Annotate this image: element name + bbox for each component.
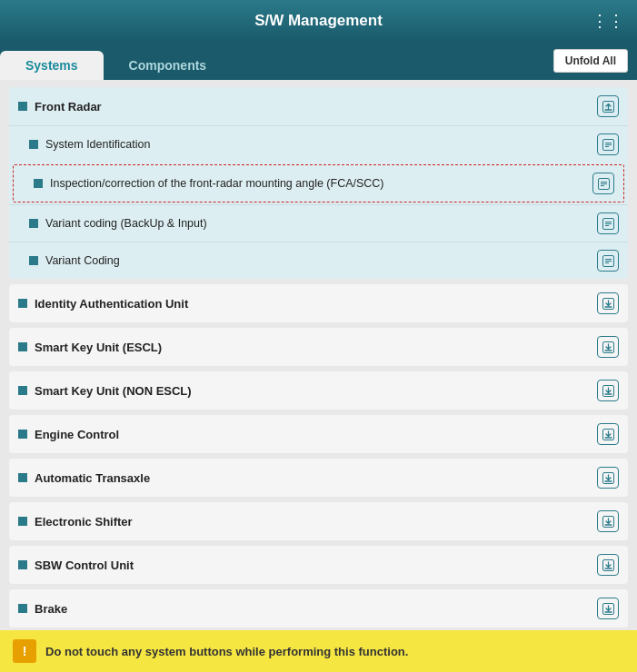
sub-action-icon-variant-coding[interactable] xyxy=(597,250,619,272)
sub-square-marker-icon xyxy=(29,140,38,149)
square-marker-icon xyxy=(18,604,27,613)
system-name-front-radar: Front Radar xyxy=(35,100,102,114)
sub-action-icon-system-id[interactable] xyxy=(597,133,619,155)
sub-action-icon-variant-coding-backup[interactable] xyxy=(597,212,619,234)
square-marker-icon xyxy=(18,102,27,111)
system-name-sbw-control: SBW Control Unit xyxy=(35,558,134,572)
system-group-smart-key-non-escl: Smart Key Unit (NON ESCL) xyxy=(9,371,628,410)
action-icon-smart-key-non-escl[interactable] xyxy=(597,380,619,401)
system-header-identity-auth[interactable]: Identity Authentication Unit xyxy=(9,284,628,322)
square-marker-icon xyxy=(18,473,27,482)
sub-item-name-variant-coding: Variant Coding xyxy=(45,254,120,267)
system-header-smart-key-non-escl[interactable]: Smart Key Unit (NON ESCL) xyxy=(9,371,628,410)
system-group-electronic-shifter: Electronic Shifter xyxy=(9,502,628,540)
system-group-front-radar: Front Radar System Identification Inspec… xyxy=(9,87,628,279)
system-header-smart-key-escl[interactable]: Smart Key Unit (ESCL) xyxy=(9,328,628,366)
tab-components[interactable]: Components xyxy=(104,51,233,80)
sub-item-inspection[interactable]: Inspection/correction of the front-radar… xyxy=(13,164,624,203)
sub-square-marker-icon xyxy=(29,256,38,265)
grid-icon[interactable]: ⋮⋮ xyxy=(592,11,624,31)
sub-item-name-variant-coding-backup: Variant coding (BackUp & Input) xyxy=(45,217,207,230)
system-name-smart-key-escl: Smart Key Unit (ESCL) xyxy=(35,341,162,354)
system-name-electronic-shifter: Electronic Shifter xyxy=(35,515,133,529)
tabs-bar: Systems Components Unfold All xyxy=(0,42,637,80)
system-group-engine-control: Engine Control xyxy=(9,415,628,453)
action-icon-electronic-shifter[interactable] xyxy=(597,510,619,532)
system-name-automatic-transaxle: Automatic Transaxle xyxy=(35,471,150,485)
system-name-identity-auth: Identity Authentication Unit xyxy=(35,297,188,311)
system-header-brake[interactable]: Brake xyxy=(9,589,628,628)
app-title: S/W Management xyxy=(254,12,383,30)
sub-item-system-id[interactable]: System Identification xyxy=(9,125,628,163)
square-marker-icon xyxy=(18,299,27,308)
action-icon-identity-auth[interactable] xyxy=(597,292,619,314)
sub-item-name-system-id: System Identification xyxy=(45,138,150,151)
action-icon-automatic-transaxle[interactable] xyxy=(597,467,619,489)
action-icon-brake[interactable] xyxy=(597,598,619,619)
system-group-identity-auth: Identity Authentication Unit xyxy=(9,284,628,322)
system-name-smart-key-non-escl: Smart Key Unit (NON ESCL) xyxy=(35,384,192,398)
square-marker-icon xyxy=(18,342,27,351)
system-name-brake: Brake xyxy=(35,602,67,616)
action-icon-engine-control[interactable] xyxy=(597,423,619,445)
system-header-engine-control[interactable]: Engine Control xyxy=(9,415,628,453)
square-marker-icon xyxy=(18,430,27,439)
sub-items-front-radar: System Identification Inspection/correct… xyxy=(9,125,628,279)
sub-square-marker-icon xyxy=(34,179,43,188)
unfold-all-button[interactable]: Unfold All xyxy=(553,49,628,73)
systems-list: Front Radar System Identification Inspec… xyxy=(0,80,637,630)
action-icon-sbw-control[interactable] xyxy=(597,554,619,576)
app-container: S/W Management ⋮⋮ Systems Components Unf… xyxy=(0,0,637,672)
square-marker-icon xyxy=(18,386,27,395)
system-group-automatic-transaxle: Automatic Transaxle xyxy=(9,459,628,497)
system-header-sbw-control[interactable]: SBW Control Unit xyxy=(9,546,628,584)
square-marker-icon xyxy=(18,517,27,526)
system-header-front-radar[interactable]: Front Radar xyxy=(9,87,628,125)
sub-item-variant-coding[interactable]: Variant Coding xyxy=(9,242,628,279)
system-group-sbw-control: SBW Control Unit xyxy=(9,546,628,584)
tab-systems[interactable]: Systems xyxy=(0,51,104,80)
sub-square-marker-icon xyxy=(29,219,38,228)
system-name-engine-control: Engine Control xyxy=(35,428,119,441)
system-group-smart-key-escl: Smart Key Unit (ESCL) xyxy=(9,328,628,366)
app-header: S/W Management ⋮⋮ xyxy=(0,0,637,42)
warning-icon: ! xyxy=(13,639,36,663)
footer-warning: ! Do not touch any system buttons while … xyxy=(0,630,637,672)
system-header-electronic-shifter[interactable]: Electronic Shifter xyxy=(9,502,628,540)
warning-text: Do not touch any system buttons while pe… xyxy=(45,645,408,658)
sub-item-name-inspection: Inspection/correction of the front-radar… xyxy=(50,177,384,190)
system-group-brake: Brake xyxy=(9,589,628,628)
sub-action-icon-inspection[interactable] xyxy=(592,173,614,194)
square-marker-icon xyxy=(18,560,27,569)
system-header-automatic-transaxle[interactable]: Automatic Transaxle xyxy=(9,459,628,497)
action-icon-smart-key-escl[interactable] xyxy=(597,336,619,358)
action-icon-front-radar[interactable] xyxy=(597,95,619,117)
sub-item-variant-coding-backup[interactable]: Variant coding (BackUp & Input) xyxy=(9,204,628,242)
